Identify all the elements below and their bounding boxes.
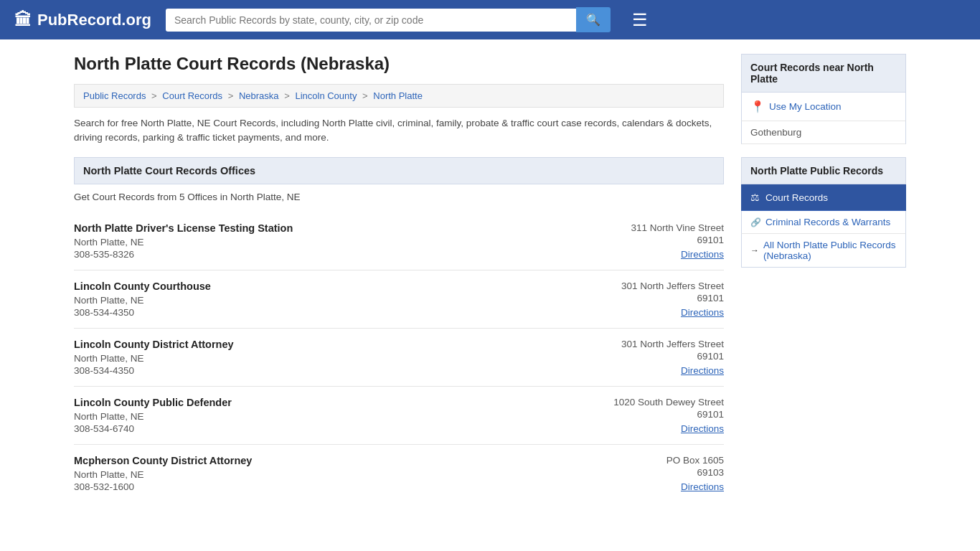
office-street: 1020 South Dewey Street [580,397,724,408]
use-location-link[interactable]: Use My Location [769,101,842,112]
breadcrumb-lincoln-county[interactable]: Lincoln County [295,90,357,101]
search-button[interactable]: 🔍 [576,7,611,32]
office-city: North Platte, NE [74,237,580,248]
office-city: North Platte, NE [74,295,580,306]
office-name: Mcpherson County District Attorney [74,455,580,466]
office-count: Get Court Records from 5 Offices in Nort… [74,192,724,202]
offices-heading: North Platte Court Records Offices [74,157,724,184]
balance-icon: ⚖ [750,192,760,203]
building-icon: 🏛 [14,10,32,30]
sidebar: Court Records near North Platte 📍 Use My… [741,54,906,502]
office-phone: 308-532-1600 [74,481,580,492]
logo-text: PubRecord.org [37,11,151,29]
breadcrumb-sep-1: > [151,90,159,101]
main-container: North Platte Court Records (Nebraska) Pu… [60,39,920,517]
logo[interactable]: 🏛 PubRecord.org [14,10,151,30]
content-area: North Platte Court Records (Nebraska) Pu… [74,54,724,502]
office-phone: 308-534-4350 [74,365,580,376]
menu-button[interactable]: ☰ [632,10,648,30]
sidebar-item-court-records[interactable]: ⚖ Court Records [741,184,906,211]
office-name: North Platte Driver's License Testing St… [74,222,580,234]
office-phone: 308-534-4350 [74,307,580,318]
office-info: Mcpherson County District Attorney North… [74,455,580,492]
office-address: 301 North Jeffers Street 69101 Direction… [580,339,724,376]
sidebar-nearby-heading: Court Records near North Platte [741,54,906,93]
office-address: 1020 South Dewey Street 69101 Directions [580,397,724,434]
breadcrumb-nebraska[interactable]: Nebraska [239,90,279,101]
directions-link[interactable]: Directions [681,423,724,434]
office-zip: 69101 [580,409,724,420]
link-icon: 🔗 [750,217,761,227]
search-wrapper: 🔍 [166,7,611,32]
office-address: 301 North Jeffers Street 69101 Direction… [580,281,724,318]
office-name: Lincoln County Courthouse [74,281,580,292]
sidebar-use-location-item: 📍 Use My Location [741,93,906,121]
table-row: Lincoln County District Attorney North P… [74,329,724,387]
arrow-icon: → [750,245,759,255]
directions-link[interactable]: Directions [681,249,724,260]
office-city: North Platte, NE [74,469,580,480]
sidebar-nearby-city: Gothenburg [741,121,906,144]
breadcrumb-sep-4: > [362,90,370,101]
office-zip: 69103 [580,467,724,478]
office-street: 301 North Jeffers Street [580,339,724,349]
sidebar-item-criminal-records: 🔗 Criminal Records & Warrants [741,211,906,234]
sidebar-records-section: North Platte Public Records ⚖ Court Reco… [741,157,906,268]
table-row: North Platte Driver's License Testing St… [74,212,724,270]
office-street: 301 North Jeffers Street [580,281,724,291]
breadcrumb-sep-2: > [228,90,236,101]
header: 🏛 PubRecord.org 🔍 ☰ [0,0,980,39]
office-zip: 69101 [580,235,724,245]
breadcrumb-court-records[interactable]: Court Records [162,90,222,101]
breadcrumb-public-records[interactable]: Public Records [83,90,146,101]
office-city: North Platte, NE [74,353,580,364]
breadcrumb: Public Records > Court Records > Nebrask… [74,84,724,108]
office-address: 311 North Vine Street 69101 Directions [580,222,724,260]
page-description: Search for free North Platte, NE Court R… [74,116,724,146]
office-info: North Platte Driver's License Testing St… [74,222,580,260]
office-zip: 69101 [580,293,724,303]
office-name: Lincoln County District Attorney [74,339,580,350]
sidebar-active-label: Court Records [765,192,828,203]
table-row: Lincoln County Public Defender North Pla… [74,387,724,445]
directions-link[interactable]: Directions [681,481,724,492]
location-pin-icon: 📍 [750,100,765,113]
sidebar-records-heading: North Platte Public Records [741,157,906,184]
sidebar-item-all-records: → All North Platte Public Records (Nebra… [741,234,906,268]
office-street: PO Box 1605 [580,455,724,466]
office-street: 311 North Vine Street [580,222,724,233]
office-phone: 308-534-6740 [74,423,580,434]
office-phone: 308-535-8326 [74,249,580,260]
office-info: Lincoln County Public Defender North Pla… [74,397,580,434]
search-input[interactable] [166,9,576,32]
nearby-city-link[interactable]: Gothenburg [750,127,801,138]
office-city: North Platte, NE [74,411,580,422]
office-address: PO Box 1605 69103 Directions [580,455,724,492]
office-info: Lincoln County Courthouse North Platte, … [74,281,580,318]
sidebar-nearby-section: Court Records near North Platte 📍 Use My… [741,54,906,144]
directions-link[interactable]: Directions [681,365,724,376]
office-zip: 69101 [580,351,724,362]
offices-list: North Platte Driver's License Testing St… [74,212,724,502]
breadcrumb-north-platte[interactable]: North Platte [373,90,423,101]
all-records-link[interactable]: All North Platte Public Records (Nebrask… [763,240,897,261]
table-row: Mcpherson County District Attorney North… [74,445,724,502]
office-name: Lincoln County Public Defender [74,397,580,408]
breadcrumb-sep-3: > [284,90,292,101]
table-row: Lincoln County Courthouse North Platte, … [74,270,724,329]
page-title: North Platte Court Records (Nebraska) [74,54,724,74]
criminal-records-link[interactable]: Criminal Records & Warrants [765,217,890,227]
directions-link[interactable]: Directions [681,307,724,318]
office-info: Lincoln County District Attorney North P… [74,339,580,376]
